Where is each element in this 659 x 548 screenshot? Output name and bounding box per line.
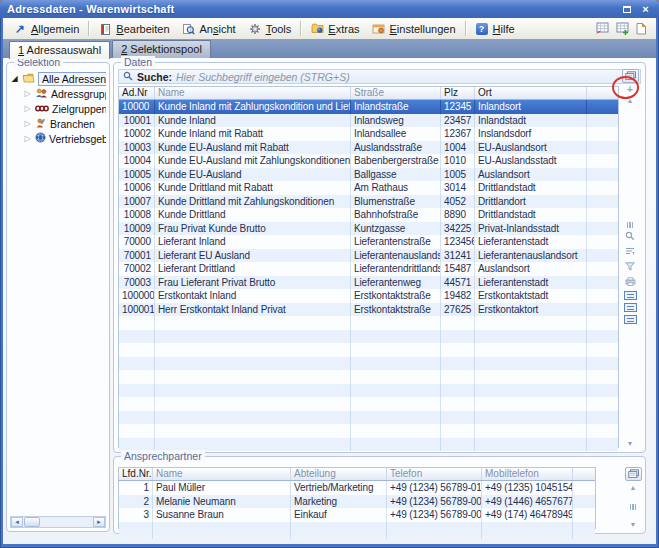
table-row[interactable]: 2Melanie NeumannMarketing+49 (1234) 5678… [119,495,595,509]
collapsed-twistie-icon[interactable]: ▷ [23,89,32,98]
menu-tools[interactable]: Tools [242,20,298,37]
edit-notepad-icon [98,22,112,35]
table-row[interactable]: 10005Kunde EU-AuslandBallgasse1005Auslan… [119,168,618,182]
search-small-icon[interactable] [625,231,635,243]
scrollbar-track[interactable] [41,517,93,527]
table-row[interactable]: 10003Kunde EU-Ausland mit RabattAuslands… [119,141,618,155]
tree-item-zielgruppen[interactable]: ▷ Zielgruppen [23,101,106,116]
table-cell [573,495,595,509]
collapsed-twistie-icon[interactable]: ▷ [23,104,32,113]
menu-hilfe[interactable]: ? Hilfe [469,20,521,37]
tab-adressauswahl[interactable]: 1 Adressauswahl [9,41,110,59]
column-header-name[interactable]: Name [155,87,351,99]
print-icon[interactable] [625,276,636,288]
table-cell: Susanne Braun [153,508,291,522]
table-cell: 12367 [441,127,475,141]
table-cell [587,181,618,195]
table-add-icon[interactable] [615,22,630,35]
column-header-ort[interactable]: Ort [475,87,587,99]
tree-item-adressgruppen[interactable]: ▷ Adressgruppen [23,86,106,101]
table-cell [119,370,155,384]
menu-extras[interactable]: Extras [304,20,365,37]
table-row[interactable]: 10008Kunde DrittlandBahnhofstraße8890Dri… [119,208,618,222]
scroll-right-icon[interactable]: ► [93,517,105,527]
scroll-down-icon[interactable]: ▼ [627,440,634,448]
tree-item-vertriebsgebiete[interactable]: ▷ Vertriebsgebiete [23,131,106,146]
table-cell: 10002 [119,127,155,141]
table-row[interactable]: 10007Kunde Drittland mit Zahlungskonditi… [119,195,618,209]
table-cell: Kunde Drittland [155,208,351,222]
table-row[interactable]: 100000Erstkontakt InlandErstkontaktstraß… [119,289,618,303]
view-list-icon[interactable] [624,291,637,300]
selection-tree: ◢ Alle Adressen ▷ Adressgruppen ▷ [10,71,106,513]
menu-allgemein[interactable]: ↗ Allgemein [7,20,85,37]
table-cell [351,438,441,452]
tree-horizontal-scrollbar[interactable]: ◄ ► [10,516,106,528]
table-cell: Erstkontaktort [475,303,587,317]
table-cell: 1 [119,481,153,495]
scroll-down-icon[interactable]: ▼ [630,521,637,529]
restore-button[interactable] [618,2,635,16]
table-row[interactable]: 70002Lieferant DrittlandLieferantendritt… [119,262,618,276]
column-header-lfdnr[interactable]: Lfd.Nr. [119,468,153,480]
expanded-twistie-icon[interactable]: ◢ [10,74,19,83]
table-cell: 34225 [441,222,475,236]
tree-root-label: Alle Adressen [38,72,106,86]
view-list-icon[interactable] [624,303,637,312]
table-row[interactable]: 100001Herr Erstkontakt Inland PrivatErst… [119,303,618,317]
column-header-telefon[interactable]: Telefon [387,468,482,480]
scroll-up-icon[interactable]: ▲ [630,484,637,492]
table-cell: Kuntzgasse [351,222,441,236]
view-list-icon[interactable] [624,315,637,324]
table-row[interactable]: 10000Kunde Inland mit Zahlungskondition … [119,100,618,114]
table-row[interactable]: 70001Lieferant EU AuslandLieferantenausl… [119,249,618,263]
column-header-strasse[interactable]: Straße [351,87,441,99]
menu-ansicht[interactable]: Ansicht [176,20,242,37]
scroll-left-icon[interactable]: ◄ [11,517,23,527]
table-cell: Erstkontakt Inland [155,289,351,303]
search-input[interactable] [176,71,636,83]
sort-small-icon[interactable] [625,246,635,258]
collapsed-twistie-icon[interactable]: ▷ [23,119,32,128]
table-cell: 12345 [441,100,475,114]
table-row[interactable]: 1Paul MüllerVertrieb/Marketing+49 (1234)… [119,481,595,495]
table-row[interactable]: 10004Kunde EU-Ausland mit Zahlungskondit… [119,154,618,168]
column-header-adnr[interactable]: Ad.Nr ▼ [119,87,155,99]
grip-icon[interactable] [630,504,637,510]
filter-icon[interactable] [625,261,635,273]
table-remove-icon[interactable] [595,22,610,35]
contacts-grid: Lfd.Nr. Name Abteilung Telefon Mobiltele… [118,467,596,529]
empty-row [119,535,595,539]
column-header-plz[interactable]: Plz [441,87,475,99]
menu-bearbeiten[interactable]: Bearbeiten [92,20,175,37]
scrollbar-thumb[interactable] [24,517,40,527]
table-cell [587,384,618,398]
table-cell [441,330,475,344]
table-row[interactable]: 10006Kunde Drittland mit RabattAm Rathau… [119,181,618,195]
table-cell: 70002 [119,262,155,276]
column-chooser-button[interactable] [625,467,642,481]
column-header-name[interactable]: Name [153,468,291,480]
table-row[interactable]: 70003Frau Lieferant Privat BruttoLiefera… [119,276,618,290]
collapsed-twistie-icon[interactable]: ▷ [23,134,32,143]
close-button[interactable]: × [637,2,654,16]
menu-einstellungen[interactable]: Einstellungen [366,20,462,37]
tree-item-alle-adressen[interactable]: ◢ Alle Adressen [10,71,106,86]
table-row[interactable]: 10002Kunde Inland mit RabattInlandsallee… [119,127,618,141]
table-row[interactable]: 10001Kunde InlandInlandsweg23457Inlandst… [119,114,618,128]
table-cell: Erstkontaktstraße [351,303,441,317]
column-header-mobiltelefon[interactable]: Mobiltelefon [482,468,573,480]
table-cell [155,438,351,452]
table-row[interactable]: 10009Frau Privat Kunde BruttoKuntzgasse3… [119,222,618,236]
table-cell: Lieferant Drittland [155,262,351,276]
table-row[interactable]: 70000Lieferant InlandLieferantenstraße12… [119,235,618,249]
tree-item-branchen[interactable]: ▷ Branchen [23,116,106,131]
grip-icon[interactable] [627,222,634,228]
table-cell [119,397,155,411]
table-cell: +49 (1235) 1045154 [482,481,573,495]
table-cell [587,411,618,425]
new-page-icon[interactable] [635,22,650,35]
table-row[interactable]: 3Susanne BraunEinkauf+49 (1234) 56789-00… [119,508,595,522]
column-header-abteilung[interactable]: Abteilung [291,468,387,480]
table-cell: +49 (1446) 46576774 [482,495,573,509]
